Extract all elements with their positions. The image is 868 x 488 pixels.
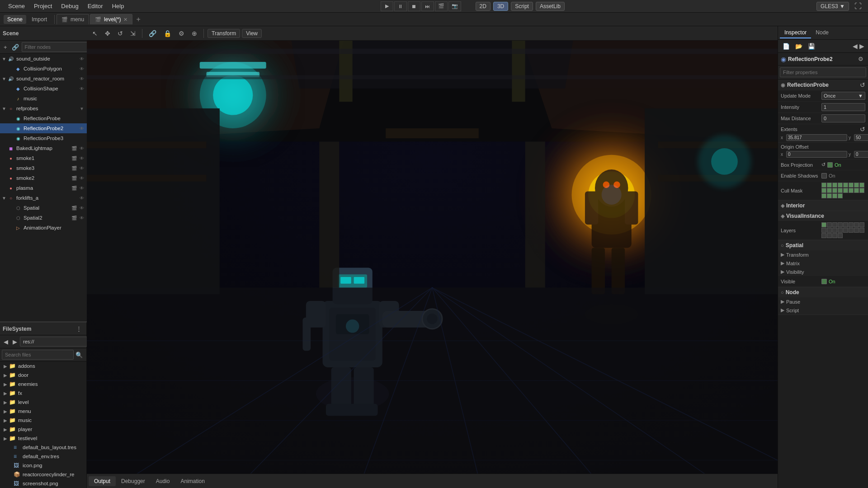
rotate-tool[interactable]: ↺	[115, 28, 126, 38]
cull-cell-0[interactable]	[821, 183, 826, 188]
menu-scene[interactable]: Scene	[4, 2, 29, 10]
cull-cell-3[interactable]	[838, 183, 843, 188]
visibility-icon[interactable]: 👁	[79, 215, 85, 221]
move-tool[interactable]: ✥	[102, 28, 113, 38]
tree-item-reflection-probe3[interactable]: ◉ ReflectionProbe3	[0, 133, 87, 143]
row-visibility[interactable]: ▶ Visibility	[778, 267, 868, 276]
cull-cell-1[interactable]	[827, 222, 832, 227]
cull-cell-0[interactable]	[821, 222, 826, 227]
section-interior-header[interactable]: ◈ Interior	[778, 201, 868, 211]
link-node-button[interactable]: 🔗	[10, 43, 21, 52]
camera-icon[interactable]: 🎬	[71, 165, 78, 171]
tree-item-spatial1[interactable]: ⬡ Spatial 🎬 👁	[0, 203, 87, 213]
cull-cell-3[interactable]	[838, 222, 843, 227]
fs-file-icon-png[interactable]: 🖼 icon.png	[0, 461, 86, 470]
visibility-icon[interactable]: 👁	[79, 56, 85, 62]
update-mode-dropdown[interactable]: Once ▼	[821, 92, 865, 100]
cull-cell-18[interactable]	[832, 193, 837, 198]
fs-path-input[interactable]	[20, 337, 89, 347]
insp-open-icon[interactable]: 📂	[793, 42, 804, 51]
cull-cell-8[interactable]	[821, 228, 826, 233]
cull-cell-4[interactable]	[843, 222, 848, 227]
play-button[interactable]: ▶	[381, 1, 393, 11]
bottom-tab-output[interactable]: Output	[89, 476, 116, 486]
cull-cell-10[interactable]	[832, 228, 837, 233]
fs-file-bus-layout[interactable]: ≡ default_bus_layout.tres	[0, 443, 86, 452]
visibility-icon[interactable]: 👁	[79, 126, 85, 131]
tab-level-close[interactable]: ✕	[123, 17, 127, 23]
insp-filter-input[interactable]	[780, 67, 866, 77]
cull-cell-1[interactable]	[827, 183, 832, 188]
snap-tool[interactable]: ⊕	[189, 28, 200, 38]
cull-cell-13[interactable]	[849, 228, 854, 233]
fullscreen-button[interactable]: ⛶	[852, 1, 864, 11]
movie-button[interactable]: 🎬	[435, 1, 448, 11]
filter-nodes-input[interactable]	[22, 42, 87, 52]
row-matrix[interactable]: ▶ Matrix	[778, 259, 868, 267]
menu-help[interactable]: Help	[108, 2, 129, 10]
tree-item-collision-shape[interactable]: ◆ CollisionShape 👁	[0, 84, 87, 94]
row-script[interactable]: ▶ Script	[778, 306, 868, 314]
cull-cell-17[interactable]	[827, 193, 832, 198]
bottom-tab-debugger[interactable]: Debugger	[116, 476, 151, 486]
cull-cell-6[interactable]	[854, 222, 859, 227]
tree-item-refprobes[interactable]: ▼ ○ refprobes ▼	[0, 103, 87, 113]
tree-item-collision-polygon[interactable]: ◆ CollisionPolygon 👁	[0, 64, 87, 74]
cull-cell-7[interactable]	[859, 222, 864, 227]
row-transform[interactable]: ▶ Transform	[778, 250, 868, 259]
camera-icon[interactable]: 🎬	[71, 155, 78, 161]
fs-folder-testlevel[interactable]: ▶ 📁 testlevel	[0, 434, 86, 443]
visibility-icon[interactable]: 👁	[79, 155, 85, 161]
fs-back-button[interactable]: ◀	[2, 338, 10, 346]
visibility-icon[interactable]: 👁	[79, 175, 85, 181]
tab-node[interactable]: Node	[811, 28, 833, 38]
visibility-icon[interactable]: 👁	[79, 185, 85, 191]
camera-icon[interactable]: 🎬	[71, 175, 78, 181]
cull-cell-13[interactable]	[849, 188, 854, 193]
visibility-icon[interactable]: 👁	[79, 86, 85, 92]
tree-item-music[interactable]: ♪ music	[0, 94, 87, 103]
cull-cell-15[interactable]	[859, 228, 864, 233]
menu-editor[interactable]: Editor	[83, 2, 108, 10]
bottom-tab-animation[interactable]: Animation	[175, 476, 210, 486]
cull-cell-14[interactable]	[854, 228, 859, 233]
btn-2d[interactable]: 2D	[476, 2, 491, 11]
origin-y-input[interactable]	[854, 151, 868, 158]
fs-folder-level[interactable]: ▶ 📁 level	[0, 398, 86, 407]
extents-refresh[interactable]: ↺	[860, 126, 865, 133]
transform-dropdown[interactable]: Transform	[208, 29, 240, 38]
fs-folder-music[interactable]: ▶ 📁 music	[0, 416, 86, 425]
fs-folder-player[interactable]: ▶ 📁 player	[0, 425, 86, 434]
fs-file-reactor[interactable]: 📦 reactorcorecylinder_re	[0, 470, 86, 479]
cull-cell-11[interactable]	[838, 188, 843, 193]
collapse-icon[interactable]: ▼	[79, 106, 85, 112]
tree-item-sound-reactor[interactable]: ▼ 🔊 sound_reactor_room 👁	[0, 74, 87, 84]
cull-cell-7[interactable]	[859, 183, 864, 188]
insp-back-button[interactable]: ◀	[852, 42, 859, 51]
fs-folder-door[interactable]: ▶ 📁 door	[0, 371, 86, 380]
camera-icon[interactable]: 🎬	[71, 145, 78, 151]
tree-item-forklifts[interactable]: ▼ ○ forklifts_a 👁	[0, 193, 87, 203]
visibility-icon[interactable]: 👁	[79, 195, 85, 201]
fs-forward-button[interactable]: ▶	[11, 338, 19, 346]
fs-search-input[interactable]	[2, 350, 74, 360]
cull-cell-9[interactable]	[827, 228, 832, 233]
cull-cell-18[interactable]	[832, 233, 837, 238]
bottom-tab-audio[interactable]: Audio	[151, 476, 175, 486]
camera-icon[interactable]: 🎬	[71, 205, 78, 211]
tab-menu[interactable]: 🎬 menu	[57, 14, 89, 24]
section-node-header[interactable]: ○ Node	[778, 287, 868, 297]
btn-3d[interactable]: 3D	[493, 2, 508, 11]
fs-folder-fx[interactable]: ▶ 📁 fx	[0, 389, 86, 398]
tree-item-animation-player[interactable]: ▷ AnimationPlayer	[0, 223, 87, 233]
shadows-toggle[interactable]	[821, 173, 827, 178]
fs-file-screenshot[interactable]: 🖼 screenshot.png	[0, 479, 86, 488]
cull-cell-11[interactable]	[838, 228, 843, 233]
cull-cell-5[interactable]	[849, 183, 854, 188]
cull-cell-2[interactable]	[832, 183, 837, 188]
step-button[interactable]: ⏭	[421, 1, 434, 11]
tree-item-smoke3[interactable]: ● smoke3 🎬 👁	[0, 163, 87, 173]
tab-inspector[interactable]: Inspector	[780, 28, 811, 38]
add-node-button[interactable]: +	[2, 43, 9, 52]
layers-grid[interactable]	[821, 222, 865, 238]
